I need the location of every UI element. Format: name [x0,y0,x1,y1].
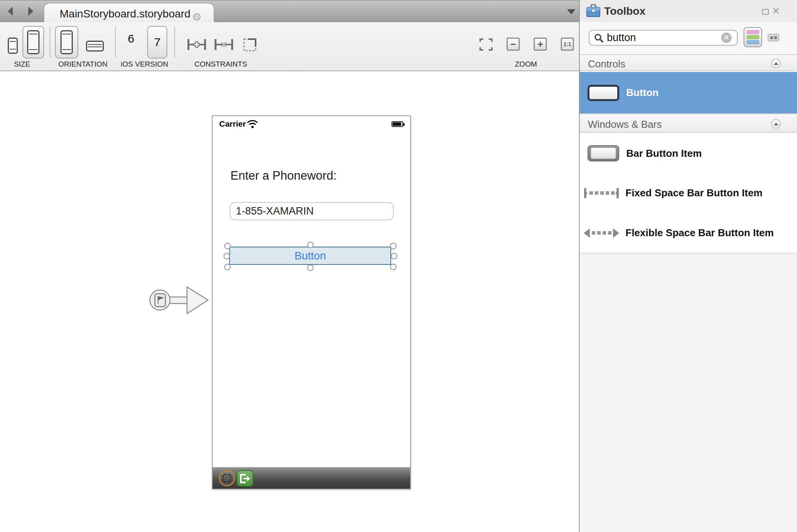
selection-handle-mid-right[interactable] [391,253,397,259]
size-iphone4-button[interactable] [22,26,44,58]
constraints-group-label: CONSTRAINTS [194,60,247,69]
button-control-icon [587,85,619,101]
viewcontroller-icon[interactable] [219,470,235,486]
size-iphone35-button[interactable] [8,38,18,54]
exit-arrow-icon [240,474,251,484]
selection-handle-mid-left[interactable] [223,253,230,259]
section-label: Controls [588,58,625,70]
close-panel-icon[interactable]: ✕ [772,5,780,17]
portrait-phone-icon [60,30,73,54]
toolbox-search-band: ✕ [580,22,797,54]
selection-handle-bottom-left[interactable] [224,264,231,270]
initial-viewcontroller-segue-arrow[interactable] [148,284,213,318]
storyboard-scene[interactable]: Carrier Enter a Phoneword: Button [212,115,411,489]
toolbox-item-button[interactable]: Button [580,72,797,113]
categorized-view-button[interactable] [744,27,762,47]
toolbar-separator [174,27,175,58]
toolbar-separator [50,27,50,58]
fixed-space-icon [583,187,620,199]
dashed-square-icon [223,474,231,482]
remove-constraint-icon[interactable] [214,38,234,51]
scene-bottom-bar [213,467,410,489]
toolbox-icon [586,4,601,17]
back-arrow-icon [5,5,16,17]
dock-panel-icon[interactable] [762,9,769,15]
zoom-group-label: ZOOM [515,60,537,69]
selection-handle-top-center[interactable] [307,242,314,248]
toolbox-empty-area [580,253,797,532]
toolbox-panel: Toolbox ✕ ✕ Controls Button Windows & Ba… [579,0,797,532]
flexible-space-icon [583,227,620,239]
toolbox-item-bar-button-item[interactable]: Bar Button Item [580,134,797,173]
orientation-landscape-button[interactable] [86,41,104,51]
ios-version-7-button[interactable]: 7 [147,26,167,58]
toolbox-header: Toolbox ✕ [580,0,797,22]
toolbox-item-label: Fixed Space Bar Button Item [625,187,763,199]
orientation-portrait-button[interactable] [55,26,78,58]
selection-handle-top-right[interactable] [390,243,397,249]
exit-segue-icon[interactable] [237,470,253,487]
phoneword-textfield[interactable] [230,202,394,220]
section-header-windows-bars[interactable]: Windows & Bars [580,113,797,133]
carrier-label: Carrier [219,119,246,129]
wifi-icon [247,120,258,128]
phoneword-label: Enter a Phoneword: [230,169,337,183]
ios-version-group-label: iOS VERSION [121,60,168,69]
toolbox-title: Toolbox [604,5,646,17]
tab-mainstoryboard[interactable]: MainStoryboard.storyboard [44,3,214,22]
design-surface[interactable]: Carrier Enter a Phoneword: Button [0,71,579,532]
resolve-constraints-icon[interactable] [242,38,258,52]
bar-button-item-icon [587,145,619,161]
compact-view-button[interactable] [768,34,779,41]
blue-bar-icon [747,40,759,44]
iphone-tall-icon [27,30,40,54]
collapse-section-icon[interactable] [771,119,781,129]
orientation-group-label: ORIENTATION [58,60,107,69]
toolbox-item-fixed-space[interactable]: Fixed Space Bar Button Item [580,173,797,213]
designer-toolbar: SIZE ORIENTATION 6 7 iOS VERSION CONSTRA… [0,22,579,71]
selection-handle-bottom-center[interactable] [307,264,314,271]
clear-search-icon[interactable]: ✕ [721,33,732,43]
add-constraint-icon[interactable] [187,38,206,51]
size-group-label: SIZE [14,60,30,69]
collapse-section-icon[interactable] [771,58,781,68]
section-label: Windows & Bars [588,118,662,130]
toolbox-item-label: Button [626,87,659,99]
battery-icon [392,121,403,127]
zoom-fit-icon[interactable] [479,38,493,51]
toolbar-separator [115,27,116,58]
forward-arrow-icon [25,5,36,17]
forward-button[interactable] [25,5,36,17]
tab-list-dropdown-icon[interactable] [567,9,575,14]
green-bar-icon [747,35,759,39]
toolbox-item-label: Flexible Space Bar Button Item [625,227,774,239]
status-bar: Carrier [213,116,410,132]
tab-close-dot[interactable] [193,13,201,21]
translate-button-control[interactable]: Button [229,247,391,265]
toolbox-item-label: Bar Button Item [626,148,702,160]
zoom-in-button[interactable]: + [534,38,547,51]
tab-bar: MainStoryboard.storyboard [0,0,579,22]
pink-bar-icon [747,30,759,34]
back-button[interactable] [5,5,16,17]
ios-version-6-button[interactable]: 6 [128,32,134,45]
tab-title: MainStoryboard.storyboard [60,8,191,20]
toolbox-item-flexible-space[interactable]: Flexible Space Bar Button Item [580,213,797,253]
zoom-actual-size-button[interactable]: 1:1 [561,38,574,51]
search-input[interactable] [607,31,719,44]
zoom-out-button[interactable]: − [507,38,520,51]
selection-handle-top-left[interactable] [224,243,231,249]
search-icon [594,33,604,43]
toolbox-searchbox[interactable]: ✕ [589,30,738,46]
section-header-controls[interactable]: Controls [580,54,797,71]
selection-handle-bottom-right[interactable] [390,264,397,270]
